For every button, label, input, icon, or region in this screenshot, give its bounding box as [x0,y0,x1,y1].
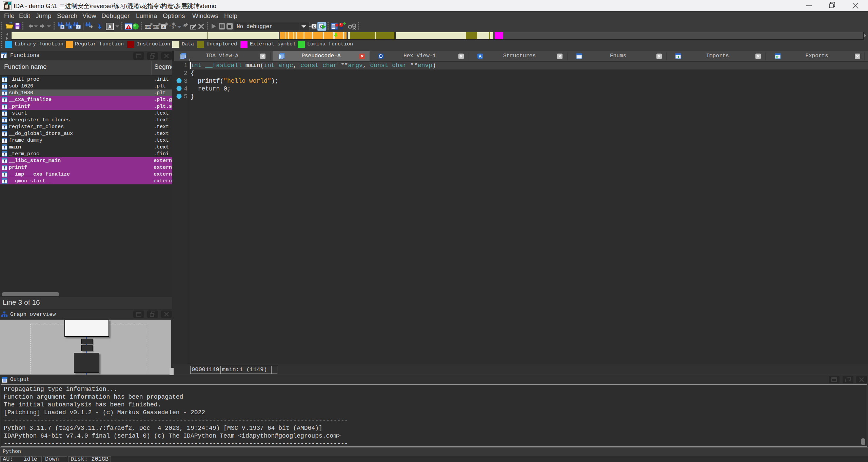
svg-text:C: C [313,25,315,29]
svg-text:No debugger: No debugger [237,24,273,30]
svg-text:A: A [108,24,111,30]
svg-text:#: # [61,25,63,29]
svg-text:A: A [162,25,164,29]
svg-text:CODE: CODE [145,25,151,28]
svg-text:101: 101 [76,26,81,29]
svg-text:C: C [320,25,322,29]
svg-text:T: T [69,25,71,29]
svg-text:DATA: DATA [153,25,159,28]
svg-text:‘s’: ‘s’ [169,24,177,30]
svg-text:!: ! [127,26,129,29]
